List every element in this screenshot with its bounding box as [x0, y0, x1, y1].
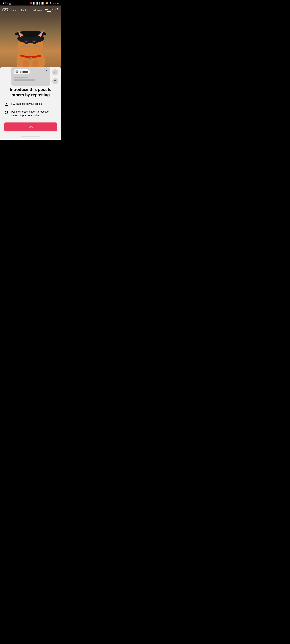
- svg-point-13: [33, 40, 35, 42]
- repost-info-text: Use the Repost button to repost or remov…: [11, 110, 57, 118]
- ok-button[interactable]: OK: [4, 122, 57, 132]
- preview-bar-2: [14, 79, 36, 81]
- tab-for-you-container[interactable]: For You: [45, 8, 54, 12]
- status-time: 7:33: [3, 2, 8, 4]
- info-item-profile: It will appear on your profile: [4, 102, 57, 107]
- repost-icon: [4, 110, 8, 115]
- preview-side-actions: ···: [52, 69, 58, 84]
- svg-point-14: [30, 45, 32, 46]
- preview-avatar: [16, 70, 18, 74]
- top-navigation: LIVE Friends Explore Following For You: [0, 6, 61, 13]
- camera-icon: 📷: [8, 2, 11, 4]
- repost-label-text: reposted: [20, 70, 28, 73]
- battery-dot: [57, 3, 58, 4]
- status-right: 🔕 ▌▌▌▌ ▌▌▌▌ 📶 🔋 92%: [30, 2, 58, 4]
- battery-percent: 92%: [52, 2, 56, 4]
- mute-icon: 🔕: [30, 2, 32, 4]
- search-button[interactable]: [55, 8, 59, 12]
- active-tab-indicator: [47, 11, 51, 12]
- battery-icon: 🔋: [49, 2, 52, 4]
- tab-for-you[interactable]: For You: [45, 8, 54, 11]
- info-list: It will appear on your profile Use the R…: [4, 102, 57, 118]
- svg-line-23: [58, 10, 58, 11]
- signal-icon-2: ▌▌▌▌: [40, 2, 45, 4]
- nav-tabs: Friends Explore Following For You: [10, 8, 54, 12]
- more-button[interactable]: ···: [52, 69, 58, 75]
- status-bar: 7:33 📷 🔕 ▌▌▌▌ ▌▌▌▌ 📶 🔋 92%: [0, 0, 61, 6]
- tab-friends[interactable]: Friends: [10, 9, 18, 11]
- live-badge[interactable]: LIVE: [2, 8, 9, 11]
- tab-following[interactable]: Following: [32, 9, 42, 11]
- preview-card: ✕ reposted ···: [11, 67, 50, 86]
- modal-title: Introduce this post to others by reposti…: [4, 87, 57, 98]
- signal-icon: ▌▌▌▌: [33, 2, 38, 4]
- preview-bar-1: [14, 76, 28, 78]
- status-left: 7:33 📷: [3, 2, 11, 4]
- profile-info-text: It will appear on your profile: [11, 102, 57, 106]
- tab-explore[interactable]: Explore: [21, 9, 29, 11]
- home-indicator: [21, 136, 40, 136]
- svg-point-19: [30, 57, 32, 60]
- wifi-icon: 📶: [46, 2, 48, 4]
- preview-repost-label: reposted: [14, 69, 30, 74]
- modal-content: Introduce this post to others by reposti…: [0, 86, 61, 135]
- close-button[interactable]: ✕: [44, 68, 49, 73]
- svg-point-12: [26, 40, 27, 42]
- info-item-repost: Use the Repost button to repost or remov…: [4, 110, 57, 118]
- share-button[interactable]: [52, 78, 58, 84]
- person-icon: [4, 102, 8, 107]
